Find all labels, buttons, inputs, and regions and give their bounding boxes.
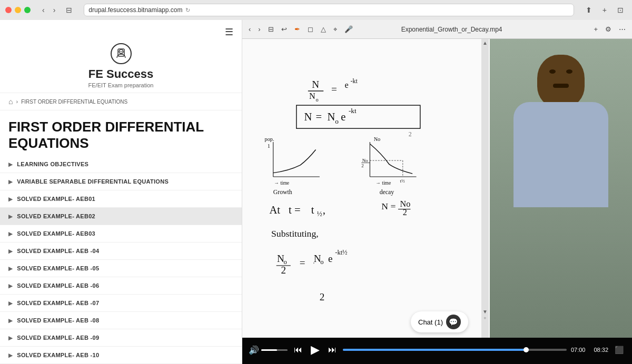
video-title: Exponential_Growth_or_Decay.mp4 (401, 26, 502, 33)
svg-text:-kt: -kt (351, 78, 358, 85)
nav-item-label: SOLVED EXAMPLE- AEB -10 (17, 352, 99, 358)
nav-item-label: SOLVED EXAMPLE- AEB -09 (17, 335, 99, 341)
share-icon[interactable]: ⬆ (582, 5, 595, 15)
logo-subtitle: FE/EIT Exam preparation (88, 82, 154, 88)
right-panel: ‹ › ⊟ ↩ ✒ ◻ △ ⌖ 🎤 Exponential_Growth_or_… (242, 20, 632, 364)
progress-bar[interactable] (343, 349, 567, 351)
svg-text:2: 2 (320, 291, 325, 302)
nav-item[interactable]: ▶SOLVED EXAMPLE- AEB03 (0, 225, 242, 242)
nav-arrow-icon: ▶ (8, 266, 13, 271)
fast-forward-button[interactable]: ⏭ (326, 344, 339, 356)
controls-row: 🔊 ⏮ ▶ ⏭ 07:00 08:32 ⬛ (249, 342, 626, 358)
forward-button[interactable]: › (50, 5, 59, 15)
svg-text:N: N (328, 111, 335, 123)
bookmarks-button[interactable]: ⊟ (63, 5, 75, 15)
browser-nav: ‹ › (39, 5, 58, 15)
toolbar-back-button[interactable]: ‹ (246, 24, 253, 34)
nav-item-label: SOLVED EXAMPLE- AEB -08 (17, 317, 99, 323)
nav-item[interactable]: ▶SOLVED EXAMPLE- AEB -05 (0, 260, 242, 277)
camera-feed (490, 39, 632, 338)
nav-item-label: SOLVED EXAMPLE- AEB -06 (17, 282, 99, 289)
scrollbar-right[interactable]: ▲ ▼ + (481, 39, 489, 338)
add-tab-button[interactable]: + (599, 5, 610, 15)
svg-text:2: 2 (409, 131, 412, 138)
volume-icon[interactable]: 🔊 (249, 345, 259, 355)
svg-text:→ time: → time (376, 180, 391, 186)
svg-text:2: 2 (361, 163, 363, 168)
logo-icon (111, 43, 132, 64)
svg-text:e: e (328, 253, 332, 264)
rewind-button[interactable]: ⏮ (292, 344, 304, 356)
sidebar: ☰ FE Success FE/EIT Exam preparation ⌂ ›… (0, 20, 242, 364)
svg-text:t =: t = (289, 204, 300, 216)
address-bar[interactable]: drupal.fesuccess.bitnamiapp.com ↻ (84, 4, 574, 16)
svg-text:o: o (320, 258, 323, 266)
nav-item[interactable]: ▶SOLVED EXAMPLE- AEB01 (0, 190, 242, 208)
nav-item-label: SOLVED EXAMPLE- AEB02 (17, 213, 95, 219)
svg-text:→ time: → time (274, 180, 289, 186)
sidebar-header: ☰ (0, 20, 242, 38)
toolbar-sidebar-button[interactable]: ⊟ (266, 24, 276, 34)
svg-text:decay: decay (380, 189, 394, 196)
maximize-button[interactable] (24, 7, 31, 13)
toolbar-mic-button[interactable]: 🎤 (342, 24, 355, 34)
svg-text:Substituting,: Substituting, (271, 228, 319, 239)
nav-item[interactable]: ▶SOLVED EXAMPLE- AEB -08 (0, 312, 242, 329)
nav-item-label: SOLVED EXAMPLE- AEB03 (17, 230, 95, 237)
toolbar-add-button[interactable]: + (591, 24, 600, 34)
toolbar-settings-button[interactable]: ⚙ (603, 24, 614, 34)
home-icon[interactable]: ⌂ (8, 97, 13, 106)
back-button[interactable]: ‹ (39, 5, 48, 15)
volume-control[interactable]: 🔊 (249, 345, 288, 355)
minimize-button[interactable] (15, 7, 21, 13)
toolbar-pen-button[interactable]: ✒ (292, 24, 302, 34)
svg-text:o: o (335, 117, 339, 125)
nav-item[interactable]: ▶LEARNING OBJECTIVES (0, 156, 242, 173)
nav-arrow-icon: ▶ (8, 335, 13, 341)
nav-item[interactable]: ▶SOLVED EXAMPLE- AEB -07 (0, 295, 242, 312)
svg-text:-kt: -kt (349, 107, 357, 115)
toolbar-shape-button[interactable]: △ (319, 24, 328, 34)
play-button[interactable]: ▶ (309, 342, 322, 358)
toolbar-more-button[interactable]: ⋯ (617, 24, 628, 34)
chat-button[interactable]: Chat (1) 💬 (411, 311, 468, 332)
nav-item[interactable]: ▶SOLVED EXAMPLE- AEB -04 (0, 242, 242, 260)
toolbar-eraser-button[interactable]: ◻ (305, 24, 315, 34)
nav-item[interactable]: ▶SOLVED EXAMPLE- AEB02 (0, 208, 242, 225)
tab-overview-button[interactable]: ⊡ (614, 5, 627, 15)
breadcrumb-separator: › (16, 98, 18, 105)
progress-handle[interactable] (524, 347, 529, 352)
nav-item[interactable]: ▶VARIABLE SEPARABLE DIFFERENTIAL EQUATIO… (0, 173, 242, 190)
svg-text:t: t (311, 204, 314, 216)
close-button[interactable] (5, 7, 12, 13)
nav-item[interactable]: ▶SOLVED EXAMPLE- AEB -06 (0, 277, 242, 295)
toolbar-undo-button[interactable]: ↩ (279, 24, 289, 34)
hamburger-icon[interactable]: ☰ (225, 26, 233, 38)
scroll-down-arrow[interactable]: ▼ (482, 309, 488, 315)
toolbar-lasso-button[interactable]: ⌖ (331, 24, 339, 35)
svg-text:=: = (300, 257, 305, 268)
fullscreen-button[interactable]: ⬛ (613, 345, 626, 355)
svg-text:t½: t½ (400, 178, 405, 184)
logo-section: FE Success FE/EIT Exam preparation (0, 38, 242, 93)
progress-fill (343, 349, 526, 351)
toolbar-forward-button[interactable]: › (256, 24, 262, 34)
svg-text:e: e (345, 80, 349, 89)
nav-item-label: SOLVED EXAMPLE- AEB01 (17, 196, 95, 202)
scroll-up-arrow[interactable]: ▲ (482, 40, 488, 46)
nav-item[interactable]: ▶SOLVED EXAMPLE- AEB -09 (0, 329, 242, 347)
nav-arrow-icon: ▶ (8, 352, 13, 358)
svg-text:N: N (312, 79, 319, 90)
svg-text:,: , (323, 204, 325, 216)
video-controls: 🔊 ⏮ ▶ ⏭ 07:00 08:32 ⬛ (242, 338, 632, 364)
svg-text:½: ½ (317, 210, 322, 218)
nav-item-label: SOLVED EXAMPLE- AEB -05 (17, 265, 99, 271)
refresh-icon[interactable]: ↻ (185, 7, 190, 14)
nav-arrow-icon: ▶ (8, 231, 13, 237)
nav-arrow-icon: ▶ (8, 161, 13, 167)
breadcrumb-text: FIRST ORDER DIFFERENTIAL EQUATIONS (21, 99, 127, 105)
nav-arrow-icon: ▶ (8, 318, 13, 323)
volume-bar[interactable] (261, 349, 288, 351)
nav-arrow-icon: ▶ (8, 196, 13, 202)
nav-item[interactable]: ▶SOLVED EXAMPLE- AEB -10 (0, 347, 242, 364)
